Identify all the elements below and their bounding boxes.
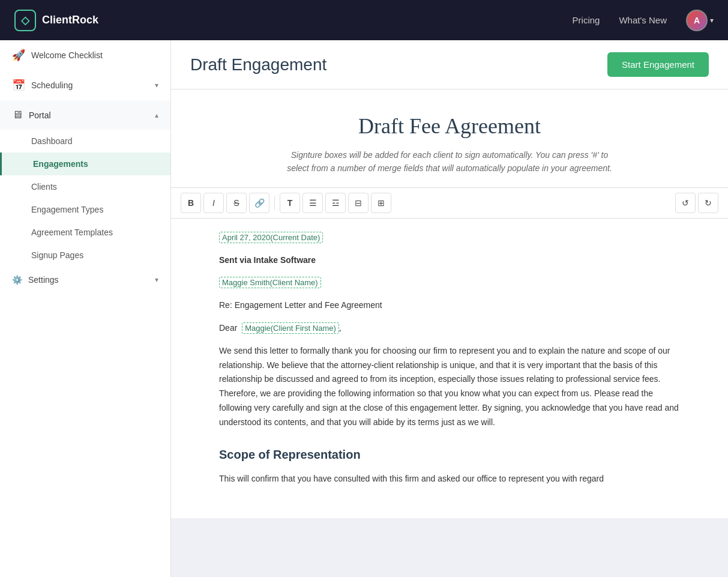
brand-name: ClientRock [42,14,98,26]
sidebar-welcome-label: Welcome Checklist [31,50,103,60]
settings-icon: ⚙️ [12,275,22,285]
toolbar-right: ↺ ↻ [675,193,718,213]
sidebar-item-settings[interactable]: ⚙️ Settings ▾ [0,267,170,293]
calendar-icon: 📅 [12,79,25,92]
body-paragraph-1: We send this letter to formally thank yo… [219,344,680,430]
bold-button[interactable]: B [181,193,201,213]
client-name-field: Maggie Smith(Client Name) [219,277,321,288]
sidebar-item-agreement-templates[interactable]: Agreement Templates [0,221,170,244]
bullet-list-button[interactable]: ☰ [302,193,323,213]
undo-button[interactable]: ↺ [675,193,696,213]
start-engagement-button[interactable]: Start Engagement [607,52,709,77]
sidebar-item-scheduling[interactable]: 📅 Scheduling ▾ [0,70,170,100]
dear-comma: , [339,323,341,333]
document-subtitle: Signture boxes will be added for each cl… [269,148,630,175]
portal-icon: 🖥 [12,109,23,121]
whats-new-link[interactable]: What's New [619,15,667,25]
sidebar-item-dashboard[interactable]: Dashboard [0,130,170,153]
re-line-text: Re: Engagement Letter and Fee Agreement [219,300,382,310]
document-title-area: Draft Fee Agreement Signture boxes will … [171,89,728,187]
settings-chevron-icon: ▾ [155,276,158,284]
scope-heading: Scope of Representation [219,444,680,465]
dear-block: Dear Maggie(Client First Name), [219,321,680,336]
avatar-chevron-icon: ▾ [710,16,714,25]
sidebar-portal-header[interactable]: 🖥 Portal ▴ [0,100,170,130]
top-navigation: ◇ ClientRock Pricing What's New A ▾ [0,0,728,40]
pricing-link[interactable]: Pricing [573,15,600,25]
dear-text: Dear [219,323,237,333]
scheduling-chevron-icon: ▾ [155,81,158,89]
indent-increase-button[interactable]: ⊞ [371,193,391,213]
scope-text: This will confirm that you have consulte… [219,474,604,483]
sidebar-scheduling-label: Scheduling [31,80,73,90]
sidebar-settings-label: Settings [28,275,59,285]
page-header: Draft Engagement Start Engagement [171,40,728,89]
body-text-1: We send this letter to formally thank yo… [219,346,679,427]
sidebar-item-signup-pages[interactable]: Signup Pages [0,244,170,267]
sidebar: 🚀 Welcome Checklist 📅 Scheduling ▾ 🖥 Por… [0,40,171,577]
portal-subnav: Dashboard Engagements Clients Engagement… [0,130,170,267]
rocket-icon: 🚀 [12,49,25,62]
portal-chevron-icon: ▴ [155,111,158,119]
sidebar-item-engagement-types[interactable]: Engagement Types [0,198,170,221]
nav-links: Pricing What's New A ▾ [573,10,714,31]
font-size-button[interactable]: T [280,193,300,213]
sidebar-item-clients[interactable]: Clients [0,175,170,198]
main-layout: 🚀 Welcome Checklist 📅 Scheduling ▾ 🖥 Por… [0,40,728,577]
logo-icon: ◇ [14,10,36,31]
avatar-initials: A [694,16,700,25]
sidebar-portal-section: 🖥 Portal ▴ Dashboard Engagements Clients… [0,100,170,267]
redo-button[interactable]: ↻ [698,193,718,213]
sent-via-text: Sent via Intake Software [219,255,316,265]
link-button[interactable]: 🔗 [249,193,269,213]
sidebar-item-welcome[interactable]: 🚀 Welcome Checklist [0,40,170,70]
ordered-list-button[interactable]: ☲ [325,193,346,213]
document-body[interactable]: April 27, 2020(Current Date) Sent via In… [171,219,728,519]
toolbar-divider-1 [274,196,275,210]
sidebar-portal-label: Portal [29,110,51,120]
toolbar-left: B I S 🔗 T ☰ ☲ ⊟ ⊞ [181,193,391,213]
scope-paragraph: This will confirm that you have consulte… [219,472,680,486]
date-block: April 27, 2020(Current Date) [219,231,680,245]
user-menu[interactable]: A ▾ [686,10,714,31]
sidebar-item-engagements[interactable]: Engagements [0,153,170,175]
italic-button[interactable]: I [203,193,224,213]
client-first-name-field: Maggie(Client First Name) [242,322,339,334]
brand-logo[interactable]: ◇ ClientRock [14,10,98,31]
strikethrough-button[interactable]: S [226,193,247,213]
client-name-block: Maggie Smith(Client Name) [219,276,680,290]
avatar[interactable]: A [686,10,708,31]
sent-via-block: Sent via Intake Software [219,253,680,268]
indent-decrease-button[interactable]: ⊟ [348,193,369,213]
main-content: Draft Engagement Start Engagement Draft … [171,40,728,577]
current-date-field: April 27, 2020(Current Date) [219,232,323,243]
re-line-block: Re: Engagement Letter and Fee Agreement [219,298,680,313]
page-title: Draft Engagement [190,55,326,74]
document-area: Draft Fee Agreement Signture boxes will … [171,89,728,518]
document-title: Draft Fee Agreement [183,113,716,139]
editor-toolbar: B I S 🔗 T ☰ ☲ ⊟ ⊞ ↺ ↻ [171,187,728,219]
